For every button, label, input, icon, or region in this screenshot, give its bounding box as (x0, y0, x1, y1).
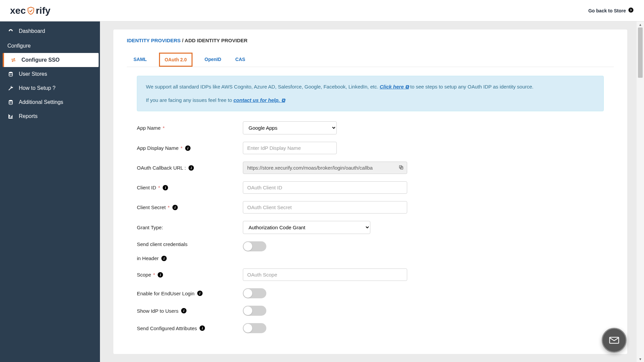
send-credentials-header-label-2: in Header i (137, 255, 243, 261)
grant-type-label: Grant Type: (137, 225, 243, 230)
sidebar-label: Configure SSO (21, 57, 60, 63)
send-credentials-header-toggle[interactable] (243, 241, 266, 251)
info-icon[interactable]: i (185, 145, 191, 151)
info-text: We support all standard IDPs like AWS Co… (146, 84, 380, 89)
svg-point-1 (9, 72, 13, 73)
chevron-right-circle-icon (628, 7, 634, 14)
topbar: xec rify Go back to Store (0, 0, 644, 21)
tab-oauth[interactable]: OAuth 2.0 (159, 53, 193, 67)
show-idp-label: Show IdP to Users i (137, 308, 243, 314)
info-alert: We support all standard IDPs like AWS Co… (137, 76, 604, 111)
tab-cas[interactable]: CAS (233, 53, 248, 67)
info-text: to see steps to setup any OAuth IDP as i… (410, 84, 533, 89)
external-link-icon: ⧉ (405, 84, 409, 89)
app-name-label: App Name* (137, 125, 243, 131)
exchange-icon (10, 57, 17, 63)
logo-text-suffix: rify (36, 5, 51, 16)
info-icon[interactable]: i (158, 272, 163, 278)
scrollbar[interactable]: ▲ ▼ (637, 21, 644, 362)
info-icon[interactable]: i (172, 205, 178, 210)
sidebar-label: Dashboard (19, 28, 45, 34)
info-icon[interactable]: i (197, 291, 203, 296)
info-icon[interactable]: i (181, 308, 186, 313)
sidebar: Dashboard Configure Configure SSO User S… (0, 21, 100, 362)
app-name-select[interactable]: Google Apps (243, 121, 337, 134)
grant-type-select[interactable]: Authorization Code Grant (243, 221, 370, 234)
callback-url-label: OAuth Callback URL :i (137, 165, 243, 171)
sidebar-item-dashboard[interactable]: Dashboard (0, 24, 100, 38)
mail-icon (608, 334, 620, 346)
gauge-icon (7, 28, 14, 34)
chart-area-icon (7, 113, 14, 119)
sidebar-item-configure-sso[interactable]: Configure SSO (3, 53, 99, 67)
sidebar-section-label: Configure (7, 43, 31, 49)
client-id-label: Client ID* i (137, 185, 243, 190)
info-icon[interactable]: i (161, 256, 167, 261)
tab-saml[interactable]: SAML (131, 53, 149, 67)
breadcrumb-current: ADD IDENTITY PROVIDER (185, 38, 248, 43)
sidebar-section-configure: Configure (0, 38, 100, 53)
client-secret-label: Client Secret* i (137, 204, 243, 210)
contact-fab[interactable] (602, 328, 627, 353)
wrench-icon (7, 85, 14, 91)
scope-input[interactable] (243, 268, 407, 281)
info-icon[interactable]: i (200, 325, 205, 331)
database-icon (7, 71, 14, 77)
database-icon (7, 99, 14, 105)
shield-check-icon (26, 6, 35, 15)
svg-rect-5 (610, 337, 619, 343)
client-id-input[interactable] (243, 181, 407, 194)
contact-us-link[interactable]: contact us for help. ⧉ (233, 97, 285, 103)
info-icon[interactable]: i (163, 185, 168, 190)
client-secret-input[interactable] (243, 201, 407, 214)
sidebar-item-user-stores[interactable]: User Stores (0, 67, 100, 81)
back-to-store-label: Go back to Store (588, 8, 626, 13)
display-name-input[interactable] (243, 142, 337, 154)
breadcrumb-root-link[interactable]: IDENTITY PROVIDERS (127, 38, 181, 43)
external-link-icon: ⧉ (281, 97, 285, 103)
send-attributes-toggle[interactable] (243, 323, 266, 333)
sidebar-item-how-to-setup[interactable]: How to Setup ? (0, 81, 100, 95)
svg-point-0 (629, 8, 634, 13)
scroll-up-arrow-icon[interactable]: ▲ (638, 22, 643, 27)
breadcrumb: IDENTITY PROVIDERS / ADD IDENTITY PROVID… (127, 38, 614, 43)
main-content: IDENTITY PROVIDERS / ADD IDENTITY PROVID… (100, 21, 644, 362)
sidebar-label: Additional Settings (19, 99, 63, 105)
sidebar-label: How to Setup ? (19, 85, 55, 91)
sidebar-label: Reports (19, 113, 38, 119)
sidebar-item-additional-settings[interactable]: Additional Settings (0, 95, 100, 109)
scope-label: Scope* i (137, 272, 243, 278)
scrollbar-thumb[interactable] (638, 27, 643, 78)
send-attributes-label: Send Configured Attributesi (137, 325, 243, 331)
enable-enduser-label: Enable for EndUser Login i (137, 291, 243, 296)
enable-enduser-toggle[interactable] (243, 288, 266, 298)
callback-url-input[interactable] (243, 162, 407, 174)
info-icon[interactable]: i (189, 165, 194, 171)
svg-point-2 (9, 100, 13, 102)
show-idp-toggle[interactable] (243, 306, 266, 316)
back-to-store-link[interactable]: Go back to Store (588, 7, 634, 14)
logo: xec rify (10, 5, 50, 16)
breadcrumb-separator: / (182, 38, 183, 43)
copy-icon[interactable] (398, 165, 404, 171)
sidebar-item-reports[interactable]: Reports (0, 109, 100, 123)
display-name-label: App Display Name* i (137, 145, 243, 151)
click-here-link[interactable]: Click here ⧉ (380, 84, 409, 89)
form: App Name* Google Apps App Display Name* … (127, 121, 614, 333)
sidebar-label: User Stores (19, 71, 47, 77)
scroll-down-arrow-icon[interactable]: ▼ (638, 357, 643, 361)
tabs: SAML OAuth 2.0 OpenID CAS (127, 53, 614, 67)
tab-openid[interactable]: OpenID (203, 53, 223, 67)
card: IDENTITY PROVIDERS / ADD IDENTITY PROVID… (113, 29, 627, 354)
info-text: If you are facing any issues feel free t… (146, 97, 233, 103)
send-credentials-header-label: Send client credentials (137, 241, 243, 247)
logo-text-prefix: xec (10, 5, 26, 16)
